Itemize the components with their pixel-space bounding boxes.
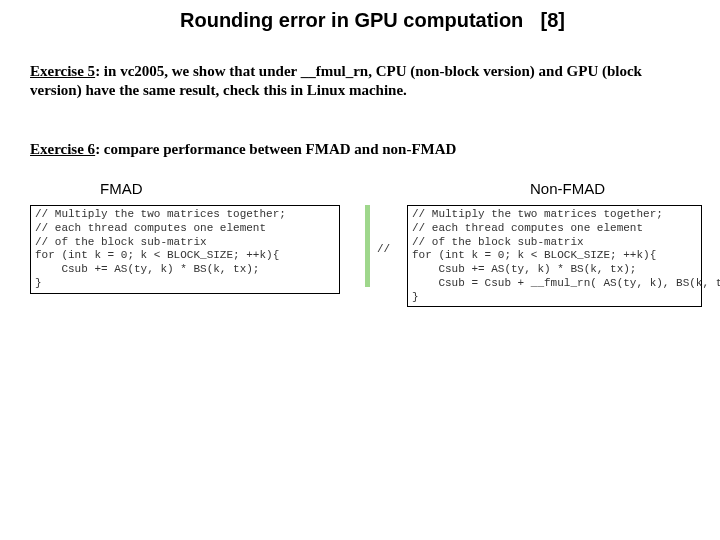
page-title: Rounding error in GPU computation: [180, 9, 523, 32]
title-row: Rounding error in GPU computation [8]: [0, 9, 720, 32]
code-fmad: // Multiply the two matrices together; /…: [30, 205, 340, 294]
exercise-6: Exercise 6: compare performance between …: [30, 140, 690, 159]
nonfmad-label: Non-FMAD: [530, 180, 605, 197]
exercise-5-text: : in vc2005, we show that under __fmul_r…: [30, 63, 642, 98]
page-number: [8]: [541, 9, 565, 32]
commented-slash: //: [377, 243, 390, 255]
exercise-5-label: Exercise 5: [30, 63, 95, 79]
exercise-6-label: Exercise 6: [30, 141, 95, 157]
exercise-6-text: : compare performance between FMAD and n…: [95, 141, 456, 157]
code-nonfmad: // Multiply the two matrices together; /…: [407, 205, 702, 307]
fmad-label: FMAD: [100, 180, 143, 197]
slide-page: Rounding error in GPU computation [8] Ex…: [0, 0, 720, 540]
exercise-5: Exercise 5: in vc2005, we show that unde…: [30, 62, 690, 100]
insert-bar: [365, 205, 370, 287]
